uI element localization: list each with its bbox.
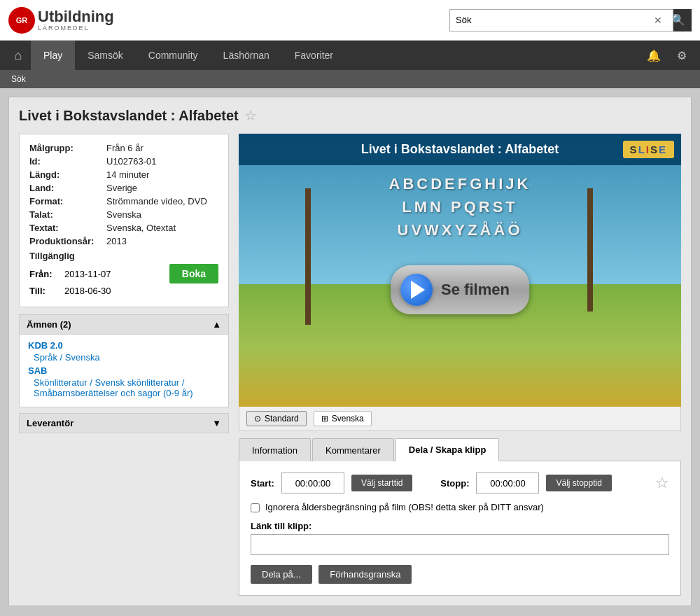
meta-row-id: Id: U102763-01 bbox=[29, 156, 218, 167]
nav-label-favoriter: Favoriter bbox=[295, 50, 333, 61]
notification-button[interactable]: 🔔 bbox=[641, 41, 666, 70]
nav-item-play[interactable]: Play bbox=[31, 41, 75, 70]
video-area: Livet i Bokstavslandet : Alfabetet SLISE… bbox=[239, 134, 681, 407]
nav-item-favoriter[interactable]: Favoriter bbox=[282, 41, 346, 70]
nav-label-lashornan: Läshörnan bbox=[223, 50, 270, 61]
stopp-label: Stopp: bbox=[440, 478, 469, 489]
age-restriction-checkbox[interactable] bbox=[251, 503, 260, 512]
clip-star-button[interactable]: ☆ bbox=[655, 474, 669, 492]
tab-dela-skapa-klipp[interactable]: Dela / Skapa klipp bbox=[396, 438, 500, 461]
video-controls: ⊙ Standard ⊞ Svenska bbox=[239, 407, 681, 431]
select-stopptime-button[interactable]: Välj stopptid bbox=[546, 475, 611, 491]
metadata-box: Målgrupp: Från 6 år Id: U102763-01 Längd… bbox=[19, 134, 229, 307]
clip-time-row: Start: Välj starttid Stopp: Välj stoppti… bbox=[251, 472, 669, 493]
notification-icon: 🔔 bbox=[647, 49, 661, 62]
standard-icon: ⊙ bbox=[254, 414, 261, 424]
subject-sab-sub-link[interactable]: Skönlitteratur / Svensk skönlitteratur /… bbox=[34, 377, 220, 398]
leverantor-header-label: Leverantör bbox=[27, 418, 74, 428]
tab-kommentarer[interactable]: Kommentarer bbox=[312, 438, 394, 461]
logo-area: GR Utbildning LÄROMEDEL bbox=[8, 7, 114, 34]
logo-text-block: Utbildning LÄROMEDEL bbox=[38, 9, 114, 31]
subjects-body: KDB 2.0 Språk / Svenska SAB Skönlitterat… bbox=[20, 334, 228, 407]
play-circle bbox=[400, 274, 433, 306]
play-button[interactable]: Se filmen bbox=[391, 265, 529, 314]
search-area: ✕ 🔍 bbox=[449, 9, 692, 31]
pole-left bbox=[305, 188, 311, 325]
slise-logo: SLISE bbox=[623, 141, 674, 158]
main-content: Livet i Bokstavslandet : Alfabetet ☆ Mål… bbox=[8, 97, 692, 606]
meta-row-talat: Talat: Svenska bbox=[29, 209, 218, 220]
tab-content: Start: Välj starttid Stopp: Välj stoppti… bbox=[239, 461, 681, 596]
leverantor-collapse-icon: ▼ bbox=[212, 418, 221, 428]
start-label: Start: bbox=[251, 478, 274, 489]
meta-row-land: Land: Sverige bbox=[29, 183, 218, 193]
search-input[interactable] bbox=[449, 9, 673, 31]
page-title: Livet i Bokstavslandet : Alfabetet bbox=[19, 108, 239, 124]
logo-subtitle: LÄROMEDEL bbox=[38, 24, 114, 31]
start-time-input[interactable] bbox=[281, 472, 344, 493]
subjects-header[interactable]: Ämnen (2) ▲ bbox=[20, 315, 228, 334]
play-btn-background: Se filmen bbox=[391, 265, 529, 314]
meta-available-label: Tillgänglig bbox=[29, 251, 218, 261]
header: GR Utbildning LÄROMEDEL ✕ 🔍 bbox=[0, 0, 700, 41]
meta-row-langd: Längd: 14 minuter bbox=[29, 169, 218, 180]
dela-button[interactable]: Dela på... bbox=[251, 565, 312, 584]
logo-circle: GR bbox=[8, 7, 35, 34]
nav-item-samsok[interactable]: Samsök bbox=[75, 41, 136, 70]
svenska-control-button[interactable]: ⊞ Svenska bbox=[314, 411, 372, 426]
subjects-section: Ämnen (2) ▲ KDB 2.0 Språk / Svenska SAB … bbox=[19, 314, 229, 407]
subjects-collapse-icon: ▲ bbox=[212, 319, 221, 330]
search-icon: 🔍 bbox=[671, 13, 685, 27]
nav-label-samsok: Samsök bbox=[88, 50, 123, 61]
page-title-row: Livet i Bokstavslandet : Alfabetet ☆ bbox=[19, 107, 681, 124]
nav-item-community[interactable]: Community bbox=[136, 41, 211, 70]
video-title-bar: Livet i Bokstavslandet : Alfabetet bbox=[239, 134, 681, 165]
play-label: Se filmen bbox=[441, 281, 510, 299]
breadcrumb: Sök bbox=[0, 70, 700, 88]
nav-right-icons: 🔔 ⚙ bbox=[641, 41, 694, 70]
favorite-star-icon[interactable]: ☆ bbox=[244, 107, 257, 124]
age-restriction-row: Ignorera åldersbegränsning på film (OBS!… bbox=[251, 502, 669, 512]
pole-right bbox=[587, 188, 593, 312]
meta-row-produktionsar: Produktionsår: 2013 bbox=[29, 236, 218, 246]
boka-button[interactable]: Boka bbox=[169, 264, 218, 284]
right-panel: Livet i Bokstavslandet : Alfabetet SLISE… bbox=[239, 134, 681, 596]
link-input[interactable] bbox=[251, 534, 669, 555]
home-nav-button[interactable]: ⌂ bbox=[6, 41, 31, 70]
settings-button[interactable]: ⚙ bbox=[669, 41, 694, 70]
subjects-header-label: Ämnen (2) bbox=[27, 319, 71, 330]
nav-item-lashornan[interactable]: Läshörnan bbox=[211, 41, 282, 70]
left-panel: Målgrupp: Från 6 år Id: U102763-01 Längd… bbox=[19, 134, 229, 596]
meta-to-row: Till: 2018-06-30 bbox=[29, 286, 218, 296]
logo-title: Utbildning bbox=[38, 8, 114, 25]
video-thumbnail: Livet i Bokstavslandet : Alfabetet SLISE… bbox=[239, 134, 681, 407]
subject-sab-link[interactable]: SAB bbox=[28, 365, 220, 376]
svenska-icon: ⊞ bbox=[321, 414, 328, 424]
leverantor-section: Leverantör ▼ bbox=[19, 413, 229, 433]
subject-kdb-sub-link[interactable]: Språk / Svenska bbox=[34, 352, 220, 363]
home-icon: ⌂ bbox=[15, 48, 22, 63]
subject-kdb-link[interactable]: KDB 2.0 bbox=[28, 340, 220, 351]
link-label: Länk till klipp: bbox=[251, 521, 669, 531]
meta-row-malgrupp: Målgrupp: Från 6 år bbox=[29, 143, 218, 153]
meta-row-format: Format: Strömmande video, DVD bbox=[29, 196, 218, 206]
select-starttime-button[interactable]: Välj starttid bbox=[351, 475, 412, 491]
tabs-row: Information Kommentarer Dela / Skapa kli… bbox=[239, 438, 681, 461]
meta-row-textat: Textat: Svenska, Otextat bbox=[29, 223, 218, 233]
forhandsgranska-button[interactable]: Förhandsgranska bbox=[318, 565, 412, 584]
standard-control-button[interactable]: ⊙ Standard bbox=[246, 411, 307, 426]
content-layout: Målgrupp: Från 6 år Id: U102763-01 Längd… bbox=[19, 134, 681, 596]
meta-from-row: Från: 2013-11-07 Boka bbox=[29, 264, 218, 284]
nav-label-community: Community bbox=[148, 50, 198, 61]
stopp-time-input[interactable] bbox=[476, 472, 539, 493]
search-clear-button[interactable]: ✕ bbox=[654, 15, 662, 26]
play-triangle-icon bbox=[411, 281, 425, 299]
leverantor-header[interactable]: Leverantör ▼ bbox=[20, 414, 228, 433]
action-buttons-row: Dela på... Förhandsgranska bbox=[251, 565, 669, 584]
nav-label-play: Play bbox=[43, 50, 62, 61]
age-restriction-label: Ignorera åldersbegränsning på film (OBS!… bbox=[265, 502, 544, 512]
settings-icon: ⚙ bbox=[677, 49, 687, 62]
tab-information[interactable]: Information bbox=[239, 438, 311, 461]
navigation: ⌂ Play Samsök Community Läshörnan Favori… bbox=[0, 41, 700, 70]
